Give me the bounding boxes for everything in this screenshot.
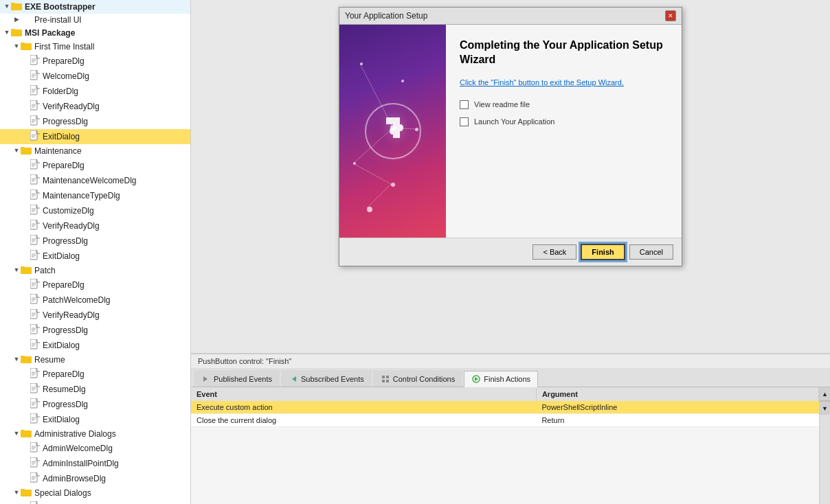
table-row[interactable]: Close the current dialogReturn	[191, 414, 819, 427]
page-icon	[30, 294, 40, 306]
sidebar-item-admin-install-point-dlg[interactable]: AdminInstallPointDlg	[0, 456, 190, 471]
folder-icon	[21, 41, 32, 52]
sidebar-item-welcome-dlg[interactable]: WelcomeDlg	[0, 69, 190, 84]
sidebar-item-label: MSI Package	[25, 28, 75, 38]
sidebar-item-prepare-dlg-2[interactable]: PrepareDlg	[0, 158, 190, 173]
sidebar-item-exit-dialog-2[interactable]: ExitDialog	[0, 249, 190, 264]
sidebar-item-maintenance[interactable]: ▼Maintenance	[0, 144, 190, 158]
expand-arrow	[22, 72, 30, 80]
tab-finish-actions[interactable]: Finish Actions	[464, 371, 538, 387]
sidebar-item-label: PrepareDlg	[43, 161, 85, 170]
sidebar-item-admin-browse-dlg[interactable]: AdminBrowseDlg	[0, 471, 190, 486]
expand-arrow	[22, 133, 30, 141]
expand-arrow	[22, 161, 30, 170]
sidebar-tree: ▼EXE Bootstrapper▶Pre-install UI▼MSI Pac…	[0, 0, 190, 504]
expand-arrow	[22, 474, 30, 483]
sidebar-item-prepare-dlg-3[interactable]: PrepareDlg	[0, 277, 190, 293]
expand-arrow: ▼	[3, 29, 11, 37]
sidebar-item-administrative-dialogs[interactable]: ▼Administrative Dialogs	[0, 427, 190, 441]
sidebar-item-patch-welcome-dlg[interactable]: PatchWelcomeDlg	[0, 293, 190, 308]
sidebar-item-first-time-install[interactable]: ▼First Time Install	[0, 40, 190, 54]
sidebar-item-exit-dialog-1[interactable]: ExitDialog	[0, 129, 190, 144]
table-row[interactable]: Execute custom actionPowerShellScriptInl…	[191, 401, 819, 414]
sidebar-item-resume[interactable]: ▼Resume	[0, 353, 190, 367]
sidebar-item-maintenance-welcome-dlg[interactable]: MaintenanceWelcomeDlg	[0, 173, 190, 188]
expand-arrow: ▶	[12, 16, 21, 24]
cancel-button[interactable]: Cancel	[629, 244, 673, 260]
wizard-titlebar: Your Application Setup ✕	[339, 8, 682, 25]
wizard-close-button[interactable]: ✕	[665, 10, 676, 21]
finish-button[interactable]: Finish	[581, 244, 625, 260]
sidebar-item-label: ProgressDlg	[43, 400, 88, 409]
sidebar-item-pre-install-ui[interactable]: ▶Pre-install UI	[0, 14, 190, 26]
sidebar-item-prepare-dlg-1[interactable]: PrepareDlg	[0, 54, 190, 69]
sidebar-item-special-dialogs[interactable]: ▼Special Dialogs	[0, 486, 190, 500]
sidebar-item-prepare-dlg-4[interactable]: PrepareDlg	[0, 367, 190, 382]
sidebar-item-folder-dlg[interactable]: FolderDlg	[0, 84, 190, 99]
tab-published-events[interactable]: Published Events	[194, 370, 280, 387]
sidebar-item-admin-welcome-dlg[interactable]: AdminWelcomeDlg	[0, 441, 190, 456]
vertical-scrollbar[interactable]: ▲ ▼	[819, 387, 830, 504]
sidebar-item-verify-ready-dlg-2[interactable]: VerifyReadyDlg	[0, 218, 190, 233]
sidebar-item-exit-dialog-4[interactable]: ExitDialog	[0, 412, 190, 427]
sidebar-item-msi-package[interactable]: ▼MSI Package	[0, 26, 190, 40]
wizard-description: Click the "Finish" button to exit the Se…	[460, 78, 668, 87]
page-icon	[30, 383, 40, 396]
sidebar: ▼EXE Bootstrapper▶Pre-install UI▼MSI Pac…	[0, 0, 191, 504]
page-icon	[30, 220, 40, 232]
tab-subscribed-events[interactable]: Subscribed Events	[281, 370, 372, 387]
tab-label: Published Events	[214, 375, 272, 383]
page-icon	[30, 368, 40, 380]
sidebar-item-progress-dlg-3[interactable]: ProgressDlg	[0, 323, 190, 338]
tab-control-conditions[interactable]: Control Conditions	[373, 370, 463, 387]
sidebar-item-resume-dlg[interactable]: ResumeDlg	[0, 382, 190, 397]
sidebar-item-verify-ready-dlg-1[interactable]: VerifyReadyDlg	[0, 99, 190, 114]
wizard-body: Completing the Your Application Setup Wi…	[339, 25, 682, 238]
launch-app-checkbox[interactable]	[460, 117, 469, 126]
sidebar-item-exe-bootstrapper[interactable]: ▼EXE Bootstrapper	[0, 0, 190, 14]
sidebar-item-verify-ready-dlg-3[interactable]: VerifyReadyDlg	[0, 308, 190, 323]
expand-arrow: ▼	[12, 147, 21, 155]
sidebar-item-label: MaintenanceTypeDlg	[43, 191, 120, 201]
sidebar-item-label: PrepareDlg	[43, 369, 85, 379]
sidebar-item-customize-dlg-1[interactable]: CustomizeDlg	[0, 203, 190, 218]
page-icon	[30, 205, 40, 217]
page-icon	[30, 159, 40, 172]
wizard-window: Your Application Setup ✕	[339, 7, 682, 266]
sidebar-item-progress-dlg-4[interactable]: ProgressDlg	[0, 397, 190, 412]
page-icon	[30, 309, 40, 321]
sidebar-item-browse-dlg[interactable]: BrowseDlg	[0, 500, 190, 504]
folder-icon	[21, 428, 32, 439]
expand-arrow: ▼	[12, 266, 21, 275]
page-icon	[30, 55, 40, 67]
sidebar-item-maintenance-type-dlg[interactable]: MaintenanceTypeDlg	[0, 188, 190, 203]
page-icon	[30, 279, 40, 291]
page-icon	[30, 115, 40, 128]
tab-label: Subscribed Events	[301, 375, 364, 383]
expand-arrow	[22, 370, 30, 378]
sidebar-item-progress-dlg-1[interactable]: ProgressDlg	[0, 114, 190, 129]
back-button[interactable]: < Back	[532, 244, 576, 260]
sidebar-item-label: PrepareDlg	[43, 56, 85, 66]
svg-line-141	[360, 64, 393, 128]
folder-icon	[21, 265, 32, 276]
sidebar-item-label: ExitDialog	[43, 415, 80, 424]
expand-arrow	[22, 341, 30, 350]
events-tbody: Execute custom actionPowerShellScriptInl…	[191, 401, 819, 427]
wizard-heading: Completing the Your Application Setup Wi…	[460, 38, 668, 67]
view-readme-checkbox[interactable]	[460, 100, 469, 109]
sidebar-item-patch[interactable]: ▼Patch	[0, 264, 190, 277]
expand-arrow	[22, 237, 30, 245]
wizard-titlebar-text: Your Application Setup	[345, 11, 427, 21]
expand-arrow: ▼	[12, 489, 21, 497]
page-icon	[30, 85, 40, 98]
sidebar-item-label: ExitDialog	[43, 341, 80, 350]
wizard-footer: < Back Finish Cancel	[339, 238, 682, 266]
sidebar-item-progress-dlg-2[interactable]: ProgressDlg	[0, 233, 190, 249]
page-icon	[30, 442, 40, 455]
bottom-panel: PushButton control: "Finish" Published E…	[191, 353, 830, 504]
svg-rect-3	[11, 29, 15, 31]
sidebar-item-exit-dialog-3[interactable]: ExitDialog	[0, 338, 190, 353]
sidebar-item-label: MaintenanceWelcomeDlg	[43, 176, 137, 185]
svg-rect-149	[382, 380, 385, 382]
